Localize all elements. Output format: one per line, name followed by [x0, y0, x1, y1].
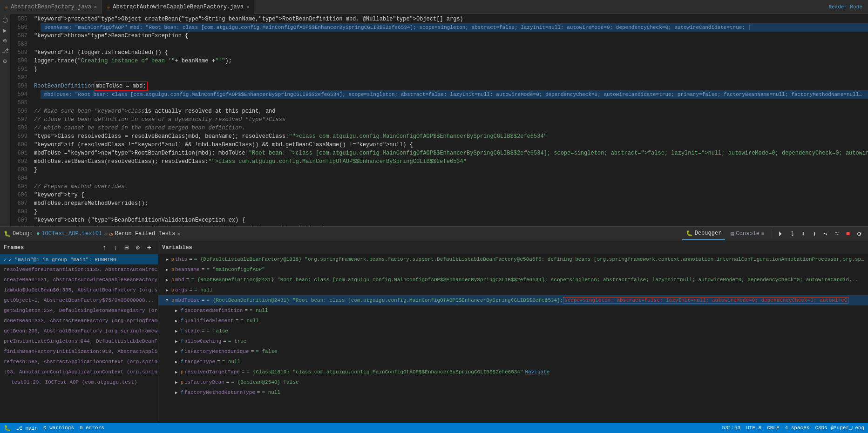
variables-list: ▶pthis== {DefaultListableBeanFactory@183…	[158, 254, 868, 423]
frame-label: getObject-1, AbstractBeanFactory$75/0x00…	[4, 298, 154, 303]
var-item-8[interactable]: ▶fallowCaching== true	[158, 336, 868, 346]
debug-evaluate-btn[interactable]: ≈	[832, 229, 842, 239]
var-arrow-13: ▶	[175, 390, 181, 395]
close-tab-1[interactable]: ✕	[94, 4, 97, 10]
var-type-icon-6: f	[181, 318, 183, 324]
frames-list: ✓✓ "main"@1 in group "main": RUNNINGreso…	[0, 254, 158, 423]
debug-session-icon: ●	[36, 230, 40, 237]
activity-icon-run[interactable]: ▶	[1, 26, 9, 34]
java-file-icon-1: ☕	[5, 3, 8, 10]
var-item-13[interactable]: ▶ffactoryMethodReturnType== null	[158, 387, 868, 398]
debug-sep1: ✕	[104, 230, 107, 237]
line-number-606: 606	[10, 191, 27, 199]
code-line-599: mbdToUse = "keyword">new "type">RootBean…	[31, 149, 868, 157]
var-type-icon-10: f	[181, 359, 183, 365]
frame-item-2[interactable]: createBean:531, AbstractAutowireCapableB…	[0, 275, 158, 285]
reader-mode-btn[interactable]: Reader Mode	[828, 4, 868, 10]
frame-item-1[interactable]: resolveBeforeInstantiation:1135, Abstrac…	[0, 264, 158, 275]
frame-item-7[interactable]: getBean:208, AbstractBeanFactory (org.sp…	[0, 326, 158, 336]
var-item-7[interactable]: ▶fstale== false	[158, 326, 868, 336]
line-number-591: 591	[10, 65, 27, 74]
debug-stepout-btn[interactable]: ⬆	[809, 229, 820, 239]
line-number-593: 593	[10, 82, 27, 90]
line-number-610: 610	[10, 224, 27, 226]
debug-tab-debugger[interactable]: 🐛 Debugger	[682, 227, 726, 240]
var-type-icon-13: f	[181, 390, 183, 395]
editor-tabs-bar: ☕ AbstractBeanFactory.java ✕ ☕ AbstractA…	[0, 0, 868, 14]
frame-add-btn[interactable]: ＋	[144, 243, 154, 253]
close-tab-2[interactable]: ✕	[246, 4, 249, 10]
tab-abstractautowirecapable[interactable]: ☕ AbstractAutowireCapableBeanFactory.jav…	[102, 0, 254, 14]
frame-item-11[interactable]: :93, AnnotationConfigApplicationContext …	[0, 367, 158, 377]
code-editor: 5855865875885895905915925935945955965975…	[10, 14, 868, 226]
code-line-594: // Make sure bean "keyword">class is act…	[31, 107, 868, 115]
line-numbers: 5855865875885895905915925935945955965975…	[10, 14, 31, 226]
var-item-4[interactable]: ▼pmbdToUse== {RootBeanDefinition@2431} "…	[158, 295, 868, 305]
debug-resume-btn[interactable]: ⏵	[776, 229, 786, 239]
var-type-icon-12: p	[181, 380, 183, 385]
line-number-595: 595	[10, 99, 27, 107]
line-number-607: 607	[10, 199, 27, 208]
var-arrow-10: ▶	[175, 359, 181, 365]
console-label: Console	[736, 230, 760, 237]
activity-bar: ⬡ ▶ ⊕ ⎇ ⚙	[0, 14, 10, 226]
var-item-1[interactable]: ▶pbeanName== "mainConfigOfAOP"	[158, 264, 868, 275]
debug-stepover-btn[interactable]: ⤵	[787, 229, 797, 239]
var-type-icon-3: p	[171, 288, 174, 293]
frame-label: preInstantiateSingletons:944, DefaultLis…	[4, 338, 158, 344]
frame-item-3[interactable]: lambda$doGetBean$0:335, AbstractBeanFact…	[0, 285, 158, 295]
frame-filter-btn[interactable]: ⊟	[122, 243, 132, 253]
var-type-icon-9: f	[181, 349, 183, 354]
console-icon2: ≡	[761, 231, 764, 237]
code-content[interactable]: "keyword">protected "type">Object create…	[31, 14, 868, 226]
code-line-592: RootBeanDefinition mbdToUse = mbd;	[31, 82, 868, 90]
debug-tab-console[interactable]: ▤ Console ≡	[727, 227, 768, 240]
frame-item-10[interactable]: refresh:583, AbstractApplicationContext …	[0, 357, 158, 367]
debug-rerun-icon[interactable]: ↺	[109, 230, 113, 238]
activity-icon-git[interactable]: ⎇	[1, 47, 9, 55]
reader-mode-label: Reader Mode	[828, 4, 862, 10]
activity-icon-ext[interactable]: ⚙	[1, 57, 9, 65]
line-number-598: 598	[10, 124, 27, 132]
var-item-12[interactable]: ▶pisFactoryBean== {Boolean@2548} false	[158, 377, 868, 387]
tab-abstractbeanfactory[interactable]: ☕ AbstractBeanFactory.java ✕	[0, 0, 102, 14]
debug-rerun-label[interactable]: Rerun Failed Tests	[115, 230, 176, 237]
var-arrow-1: ▶	[166, 267, 171, 272]
debug-stepinto-btn[interactable]: ⬇	[798, 229, 808, 239]
debug-tabs-bar: 🐛 Debug: ● IOCTest_AOP.test01 ✕ ↺ Rerun …	[0, 226, 868, 241]
debug-session-label[interactable]: IOCTest_AOP.test01	[41, 230, 102, 237]
var-item-11[interactable]: ▶presolvedTargetType== {Class@1819} "cla…	[158, 367, 868, 377]
frame-item-12[interactable]: test01:20, IOCTest_AOP (com.atguigu.test…	[0, 377, 158, 387]
frame-item-5[interactable]: getSingleton:234, DefaultSingletonBeanRe…	[0, 305, 158, 316]
frame-item-8[interactable]: preInstantiateSingletons:944, DefaultLis…	[0, 336, 158, 346]
frame-item-6[interactable]: doGetBean:333, AbstractBeanFactory (org.…	[0, 316, 158, 326]
debug-rerun-close[interactable]: ✕	[177, 230, 180, 237]
debug-runtohere-btn[interactable]: ↷	[821, 229, 831, 239]
var-arrow-6: ▶	[175, 318, 181, 324]
var-arrow-11: ▶	[175, 370, 181, 375]
frame-item-9[interactable]: finishBeanFactoryInitialization:918, Abs…	[0, 346, 158, 357]
inline-hint-592: mbdToUse: "Root bean: class [com.atguigu…	[41, 90, 868, 99]
var-item-10[interactable]: ▶ftargetType== null	[158, 357, 868, 367]
frame-up-btn[interactable]: ↑	[99, 243, 109, 253]
activity-icon-debug[interactable]: ⬡	[1, 16, 9, 24]
var-item-3[interactable]: ▶pargs== null	[158, 285, 868, 295]
frame-item-4[interactable]: getObject-1, AbstractBeanFactory$75/0x00…	[0, 295, 158, 305]
frame-actions: ↑ ↓ ⊟ ⚙ ＋	[99, 243, 154, 253]
frame-item-0[interactable]: ✓✓ "main"@1 in group "main": RUNNING	[0, 254, 158, 264]
frame-down-btn[interactable]: ↓	[110, 243, 121, 253]
navigate-link-11[interactable]: Navigate	[525, 369, 550, 375]
debug-settings-btn[interactable]: ⚙	[854, 229, 864, 239]
status-warnings: 0 warnings	[43, 425, 74, 431]
frames-title: Frames	[4, 244, 24, 251]
var-item-6[interactable]: ▶fqualifiedElement== null	[158, 316, 868, 326]
var-item-5[interactable]: ▶fdecoratedDefinition== null	[158, 305, 868, 316]
status-branch[interactable]: ⎇ main	[16, 425, 38, 431]
activity-icon-search[interactable]: ⊕	[1, 36, 9, 45]
var-item-0[interactable]: ▶pthis== {DefaultListableBeanFactory@183…	[158, 254, 868, 264]
var-item-2[interactable]: ▶pmbd== {RootBeanDefinition@2431} "Root …	[158, 275, 868, 285]
var-item-9[interactable]: ▶fisFactoryMethodUnique== false	[158, 346, 868, 357]
var-type-icon-0: p	[171, 257, 174, 262]
debug-stop-btn[interactable]: ■	[843, 229, 853, 239]
frame-settings-btn[interactable]: ⚙	[133, 243, 143, 253]
